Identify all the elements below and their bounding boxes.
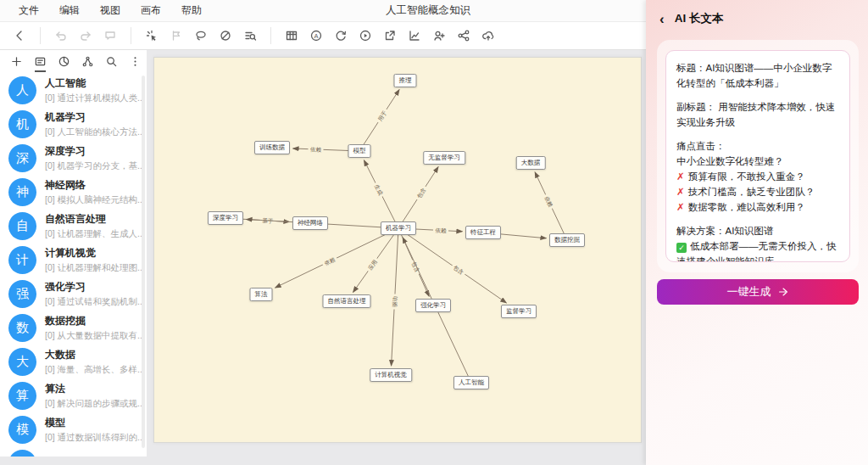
graph-node[interactable]: 数据挖掘 — [549, 233, 585, 247]
graph-node[interactable]: 自然语言处理 — [323, 294, 371, 308]
sidebar-concept-item[interactable]: 强强化学习[0] 通过试错和奖励机制... — [0, 277, 147, 311]
lasso-icon[interactable] — [193, 28, 209, 43]
sidebar-concept-item[interactable]: 模模型[0] 通过数据训练得到的... — [0, 412, 147, 446]
concept-title: 自然语言处理 — [45, 212, 145, 227]
graph-node[interactable]: 特征工程 — [465, 226, 501, 239]
concept-text: 人工智能[0] 通过计算机模拟人类... — [45, 76, 145, 104]
table-icon[interactable] — [284, 28, 299, 43]
concept-title: 算法 — [45, 382, 145, 396]
concept-avatar: 训 — [8, 450, 36, 457]
cross-icon: ✗ — [676, 187, 685, 197]
concept-avatar: 人 — [8, 76, 36, 104]
back-icon[interactable] — [12, 28, 27, 43]
flag-icon — [169, 28, 184, 43]
graph-edge-label: 依赖 — [310, 146, 322, 153]
graph-node[interactable]: 计算机视觉 — [370, 368, 412, 382]
menu-item[interactable]: 文件 — [8, 3, 49, 18]
menubar: 文件编辑视图画布帮助 人工智能概念知识 — [0, 0, 646, 22]
menu-item[interactable]: 画布 — [131, 3, 171, 18]
graph-node[interactable]: 推理 — [394, 74, 417, 87]
toolbar: A — [0, 22, 646, 50]
cross-icon: ✗ — [676, 202, 685, 212]
menu-item[interactable]: 编辑 — [49, 3, 90, 18]
concept-avatar: 自 — [8, 212, 36, 240]
concept-text: 神经网络[0] 模拟人脑神经元结构... — [45, 178, 145, 206]
back-chevron-icon[interactable]: ‹ — [659, 12, 665, 26]
graph-node[interactable]: 训练数据 — [254, 141, 290, 154]
concept-desc: [0] 解决问题的步骤或规... — [45, 398, 145, 410]
kebab-menu-icon[interactable] — [129, 55, 142, 69]
refresh-icon[interactable] — [333, 28, 348, 43]
sidebar-concept-item[interactable]: 自自然语言处理[0] 让机器理解、生成人... — [0, 209, 147, 243]
sidebar-scrollbar[interactable] — [142, 76, 145, 448]
graph-edge — [275, 228, 398, 288]
graph-node[interactable]: 深度学习 — [208, 211, 243, 225]
graph-node[interactable]: 算法 — [250, 288, 273, 301]
concept-text: 训练数据 — [45, 457, 86, 457]
ai-text-line: ✗数据零散，难以高效利用？ — [676, 199, 839, 215]
graph-view-icon[interactable] — [81, 55, 94, 69]
concept-title: 神经网络 — [45, 178, 145, 193]
generate-button-label: 一键生成 — [727, 284, 771, 300]
menu-item[interactable]: 帮助 — [171, 3, 212, 18]
concept-text: 大数据[0] 海量、高增长、多样... — [45, 348, 145, 376]
concept-title: 机器学习 — [45, 110, 145, 125]
sidebar-concept-item[interactable]: 人人工智能[0] 通过计算机模拟人类... — [0, 73, 147, 107]
ai-text-line: 标题：AI知识图谱——中小企业数字化转型的「低成本利器」 — [676, 60, 839, 91]
sidebar-concept-item[interactable]: 训训练数据 — [0, 446, 147, 457]
graph-canvas[interactable]: 生成包含依赖依赖用于依赖基于依赖应用驱动包含包含包含 推理训练数据模型无监督学习… — [153, 57, 642, 443]
share-icon[interactable] — [456, 28, 471, 43]
concept-text: 强化学习[0] 通过试错和奖励机制... — [45, 280, 145, 308]
graph-node[interactable]: 无监督学习 — [423, 151, 465, 165]
concept-title: 训练数据 — [45, 457, 86, 457]
graph-node[interactable]: 大数据 — [516, 156, 546, 170]
circle-a-icon[interactable]: A — [309, 28, 324, 43]
sidebar-concept-item[interactable]: 算算法[0] 解决问题的步骤或规... — [0, 378, 147, 412]
open-external-icon[interactable] — [382, 28, 398, 43]
sidebar-concept-item[interactable]: 深深度学习[0] 机器学习的分支，基... — [0, 141, 147, 175]
click-cursor-icon[interactable] — [144, 28, 159, 43]
graph-node[interactable]: 强化学习 — [415, 299, 451, 312]
card-list-icon[interactable] — [34, 55, 47, 69]
concept-desc: [0] 通过计算机模拟人类... — [45, 92, 145, 104]
search-icon[interactable] — [105, 55, 118, 69]
panel-header: ‹ AI 长文本 — [646, 0, 868, 33]
toolbar-separator — [131, 27, 131, 44]
graph-node[interactable]: 监督学习 — [501, 305, 537, 318]
pie-chart-icon[interactable] — [58, 55, 70, 69]
sidebar-concept-item[interactable]: 机机器学习[0] 人工智能的核心方法... — [0, 107, 147, 141]
concept-desc: [0] 机器学习的分支，基... — [45, 160, 145, 172]
ai-text-line: ✓低成本部署——无需天价投入，快速搭建企业智能知识库 — [676, 238, 839, 262]
concept-desc: [0] 让机器理解和处理图... — [45, 262, 145, 274]
menu-item[interactable]: 视图 — [90, 3, 131, 18]
graph-node[interactable]: 机器学习 — [381, 221, 416, 235]
graph-node[interactable]: 神经网络 — [292, 216, 328, 230]
chart-icon[interactable] — [407, 28, 422, 43]
play-icon[interactable] — [358, 28, 373, 43]
concept-desc: [0] 通过数据训练得到的... — [45, 432, 145, 444]
sidebar-header — [0, 50, 147, 73]
graph-node[interactable]: 模型 — [348, 144, 371, 158]
sidebar-concept-item[interactable]: 神神经网络[0] 模拟人脑神经元结构... — [0, 175, 147, 209]
cloud-upload-icon[interactable] — [481, 28, 496, 43]
members-icon[interactable] — [431, 28, 447, 43]
send-icon — [777, 286, 789, 298]
graph-node[interactable]: 人工智能 — [453, 376, 489, 389]
concept-desc: [0] 海量、高增长、多样... — [45, 364, 145, 376]
ai-text-box[interactable]: 标题：AI知识图谱——中小企业数字化转型的「低成本利器」副标题： 用智能技术降本… — [665, 50, 850, 262]
ai-text-line: 解决方案：AI知识图谱 — [676, 223, 839, 238]
plus-icon[interactable] — [10, 55, 23, 69]
sidebar-concept-item[interactable]: 大大数据[0] 海量、高增长、多样... — [0, 345, 147, 378]
sidebar: 人人工智能[0] 通过计算机模拟人类...机机器学习[0] 人工智能的核心方法.… — [0, 50, 147, 457]
sidebar-list: 人人工智能[0] 通过计算机模拟人类...机机器学习[0] 人工智能的核心方法.… — [0, 73, 147, 457]
sidebar-concept-item[interactable]: 数数据挖掘[0] 从大量数据中提取有... — [0, 311, 147, 345]
comment-icon — [103, 28, 118, 43]
concept-title: 计算机视觉 — [45, 246, 145, 261]
ai-text-line: ✗技术门槛高，缺乏专业团队？ — [676, 184, 839, 199]
concept-text: 算法[0] 解决问题的步骤或规... — [45, 382, 145, 410]
slashed-circle-icon[interactable] — [218, 28, 233, 43]
sidebar-concept-item[interactable]: 计计算机视觉[0] 让机器理解和处理图... — [0, 243, 147, 277]
filter-search-icon[interactable] — [242, 28, 258, 43]
concept-title: 深度学习 — [45, 144, 145, 159]
generate-button[interactable]: 一键生成 — [657, 279, 859, 305]
